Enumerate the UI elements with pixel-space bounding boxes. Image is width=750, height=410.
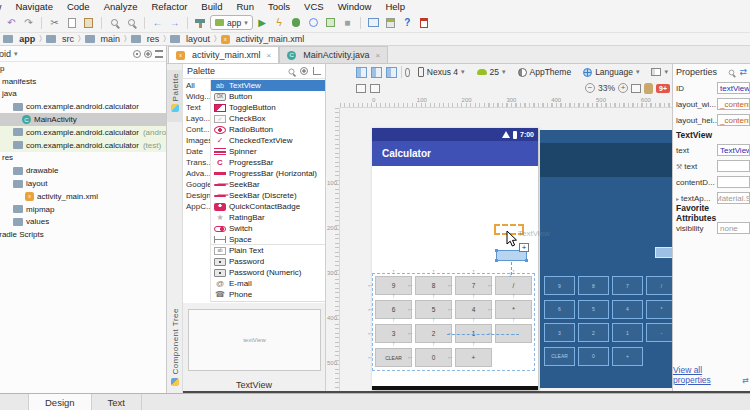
project-view-selector[interactable]: Android [0,49,11,59]
palette-widget-item[interactable]: abTextView [211,80,325,91]
property-input-text[interactable] [717,160,750,172]
blueprint-button-6[interactable]: 6 [544,300,575,319]
blueprint-button-1[interactable]: 1 [612,323,643,342]
language-selector[interactable]: Language▾ [579,65,643,79]
blueprint-button-2[interactable]: 2 [578,323,609,342]
palette-category-Layo[interactable]: Layo... [183,113,210,124]
breadcrumb-item-main[interactable]: main [85,34,121,44]
palette-gear-icon[interactable] [300,67,308,75]
project-tree-row[interactable]: xactivity_main.xml [0,190,166,203]
breadcrumb-item-res[interactable]: res [131,34,160,44]
redo-icon[interactable]: ↷ [21,15,36,30]
palette-widget-item[interactable]: ★RatingBar [211,212,325,223]
search-icon[interactable] [107,15,122,30]
project-tree-row[interactable]: mipmap [0,203,166,216]
close-tab-icon[interactable]: × [267,51,272,60]
palette-dock-icon[interactable] [313,67,321,75]
show-both-icon[interactable] [386,67,397,78]
project-tree-row[interactable]: res [0,152,166,165]
gear-icon[interactable] [144,50,152,58]
expand-horizontal-icon[interactable] [356,84,366,93]
forward-icon[interactable]: → [167,15,182,30]
project-tree-row[interactable]: com.example.android.calculator(test) [0,139,166,152]
help-icon[interactable]: ? [400,15,415,30]
palette-category-Date[interactable]: Date [183,146,210,157]
sdk-manager-icon[interactable] [383,15,398,30]
palette-widget-item[interactable]: SeekBar (Discrete) [211,190,325,201]
blueprint-button-0[interactable]: 0 [578,347,609,366]
coverage-icon[interactable] [323,15,338,30]
blueprint-button-+[interactable]: + [612,347,643,366]
palette-widget-item[interactable]: QuickContactBadge [211,201,325,212]
palette-widget-item[interactable]: RadioButton [211,124,325,135]
project-tree-row[interactable]: layout [0,177,166,190]
zoom-in-icon[interactable]: + [618,83,628,93]
scroll-to-source-icon[interactable] [133,50,141,58]
swap-panel-icon[interactable]: ⇄ [739,67,747,77]
palette-category-Adva[interactable]: Adva... [183,168,210,179]
palette-widget-item[interactable]: Spinner [211,146,325,157]
stop-icon[interactable]: ■ [340,15,355,30]
menu-item-vcs[interactable]: VCS [297,1,331,12]
show-blueprint-icon[interactable] [371,67,382,78]
property-input-ID[interactable]: textView [717,82,750,94]
tab-activity_main.xml[interactable]: xactivity_main.xml× [168,46,279,63]
palette-widget-item[interactable]: Password [211,256,325,267]
blueprint-textview-chip[interactable] [655,247,672,258]
project-tree-row[interactable]: Gradle Scripts [0,228,166,241]
palette-widget-item[interactable]: abPlain Text [211,245,325,256]
zoom-to-fit-icon[interactable] [631,84,641,93]
project-tree-row[interactable]: drawable [0,164,166,177]
project-tree-row[interactable]: CMainActivity [0,113,166,126]
copy-icon[interactable] [64,15,79,30]
menu-item-run[interactable]: Run [229,1,260,12]
blueprint-button-4[interactable]: 4 [612,300,643,319]
run-configuration-selector[interactable]: app▾ [210,15,253,30]
tab-MainActivity.java[interactable]: CMainActivity.java× [279,46,388,63]
project-tree-row[interactable]: manifests [0,75,166,88]
palette-category-Cont[interactable]: Cont... [183,124,210,135]
palette-category-Widg[interactable]: Widg... [183,91,210,102]
palette-widget-item[interactable]: SeekBar [211,179,325,190]
property-input-visibility[interactable]: none [717,222,750,234]
pan-hand-icon[interactable] [644,83,653,94]
show-design-icon[interactable] [356,67,367,78]
debug-icon[interactable] [289,15,304,30]
palette-widget-item[interactable]: ✓CheckBox [211,113,325,124]
palette-widget-item[interactable]: Password (Numeric) [211,267,325,278]
breadcrumb-item-layout[interactable]: layout [170,34,210,44]
menu-item-window[interactable]: Window [331,1,379,12]
search-palette-icon[interactable] [289,68,295,74]
blueprint-button-8[interactable]: 8 [578,276,609,295]
menu-item-help[interactable]: Help [378,1,412,12]
blueprint-button-*[interactable]: * [646,300,672,319]
palette-widget-item[interactable]: OKButton [211,91,325,102]
search-properties-icon[interactable] [729,69,735,75]
api-level-selector[interactable]: 25▾ [473,65,510,79]
menu-item-refactor[interactable]: Refactor [144,1,194,12]
breadcrumb-item-src[interactable]: src [46,34,74,44]
breadcrumb-item-activity_main.xml[interactable]: xactivity_main.xml [221,34,305,44]
cut-icon[interactable]: ✂ [47,15,62,30]
expander-icon[interactable]: ▸ [676,196,679,202]
property-input-layout_wi[interactable]: _content [717,98,750,110]
zoom-out-icon[interactable]: − [585,83,595,93]
blueprint-button-5[interactable]: 5 [578,300,609,319]
menu-item-navigate[interactable]: Navigate [8,1,60,12]
back-icon[interactable]: ← [150,15,165,30]
menu-item-tools[interactable]: Tools [261,1,297,12]
palette-category-All[interactable]: All [183,80,210,91]
collapse-all-icon[interactable] [155,50,163,58]
build-hammer-icon[interactable] [193,15,208,30]
attach-debugger-icon[interactable]: ϟ [272,15,287,30]
blueprint-button-9[interactable]: 9 [544,276,575,295]
expand-vertical-icon[interactable] [370,84,380,93]
view-all-properties-link[interactable]: View all properties [673,365,740,385]
palette-widget-item[interactable]: Switch [211,223,325,234]
layout-variant-selector[interactable]: ▾ [647,65,672,79]
editor-mode-tab-text[interactable]: Text [92,394,142,410]
palette-widget-item[interactable]: Space [211,234,325,245]
palette-category-Images[interactable]: Images [183,135,210,146]
editor-mode-tab-design[interactable]: Design [28,394,92,410]
breadcrumb-item-app[interactable]: app [3,34,35,44]
